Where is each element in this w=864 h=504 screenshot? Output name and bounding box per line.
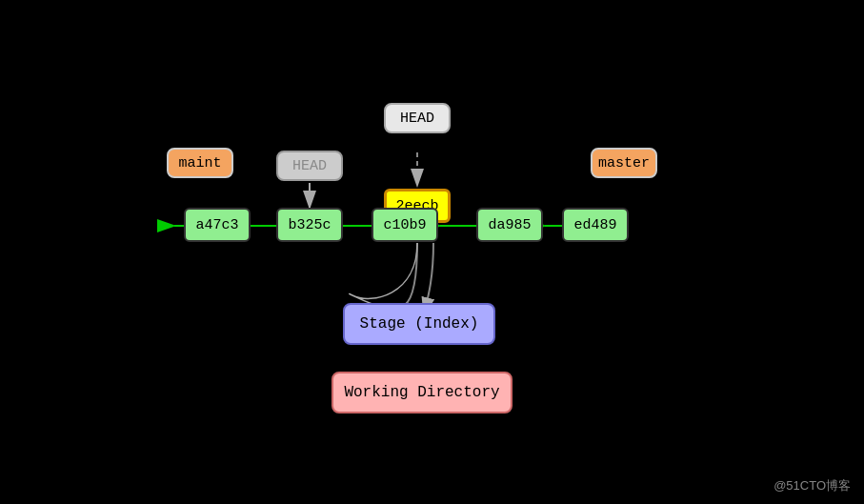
commit-da985: da985	[476, 208, 543, 242]
working-directory: Working Directory	[332, 372, 512, 413]
commit-a47c3: a47c3	[184, 208, 251, 242]
commit-ed489: ed489	[562, 208, 629, 242]
maint-ref: maint	[167, 148, 233, 178]
watermark: @51CTO博客	[774, 477, 851, 494]
head-label: HEAD	[384, 103, 451, 133]
commit-b325c: b325c	[276, 208, 343, 242]
master-ref: master	[591, 148, 657, 178]
stage-index: Stage (Index)	[343, 303, 495, 345]
head-detached-ref: HEAD	[276, 151, 343, 181]
commit-c10b9: c10b9	[372, 208, 438, 242]
